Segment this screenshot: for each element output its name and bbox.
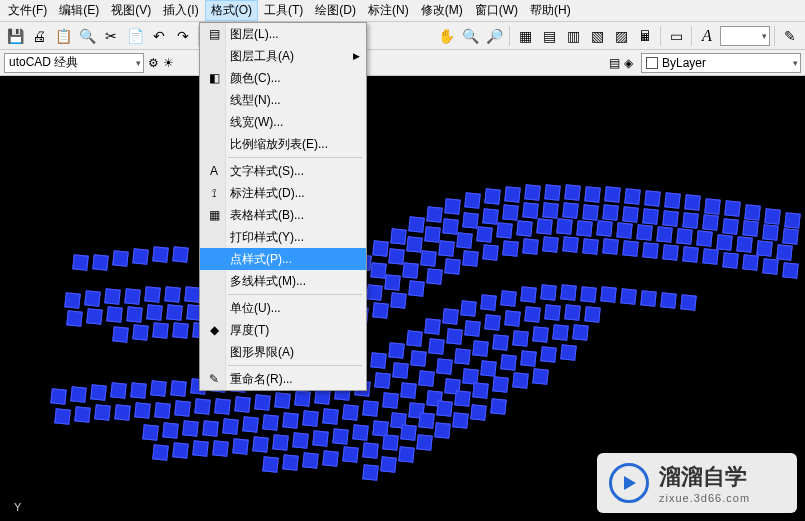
zoom-in-button[interactable]: 🔍 (459, 25, 481, 47)
point-marker[interactable] (490, 398, 506, 414)
undo-button[interactable]: ↶ (148, 25, 170, 47)
point-marker[interactable] (742, 220, 758, 236)
point-marker[interactable] (520, 286, 536, 302)
menu-item-r[interactable]: ✎重命名(R)... (200, 368, 366, 390)
point-marker[interactable] (408, 216, 424, 232)
point-marker[interactable] (484, 188, 500, 204)
point-marker[interactable] (660, 292, 676, 308)
point-marker[interactable] (704, 198, 720, 214)
point-marker[interactable] (372, 240, 388, 256)
point-marker[interactable] (724, 200, 740, 216)
point-marker[interactable] (444, 258, 460, 274)
point-marker[interactable] (50, 388, 66, 404)
point-marker[interactable] (150, 380, 166, 396)
point-marker[interactable] (782, 228, 798, 244)
point-marker[interactable] (192, 440, 208, 456)
point-marker[interactable] (640, 290, 656, 306)
menu-item-0[interactable]: 文件(F) (2, 0, 53, 21)
point-marker[interactable] (492, 334, 508, 350)
point-marker[interactable] (374, 372, 390, 388)
point-marker[interactable] (472, 382, 488, 398)
draw-button[interactable]: ✎ (779, 25, 801, 47)
point-marker[interactable] (562, 202, 578, 218)
workspace-settings-button[interactable]: ⚙ (148, 56, 159, 70)
point-marker[interactable] (480, 360, 496, 376)
point-marker[interactable] (388, 248, 404, 264)
point-marker[interactable] (86, 308, 102, 324)
point-marker[interactable] (302, 452, 318, 468)
point-marker[interactable] (496, 222, 512, 238)
point-marker[interactable] (90, 384, 106, 400)
bylayer-combo[interactable]: ByLayer (641, 53, 801, 73)
point-marker[interactable] (642, 242, 658, 258)
point-marker[interactable] (416, 434, 432, 450)
point-marker[interactable] (438, 240, 454, 256)
sheet-set-button[interactable]: ▧ (586, 25, 608, 47)
point-marker[interactable] (462, 250, 478, 266)
point-marker[interactable] (388, 342, 404, 358)
point-marker[interactable] (682, 212, 698, 228)
properties-button[interactable]: ▦ (514, 25, 536, 47)
point-marker[interactable] (762, 258, 778, 274)
point-marker[interactable] (776, 244, 792, 260)
text-style-button[interactable]: A (696, 25, 718, 47)
point-marker[interactable] (446, 328, 462, 344)
point-marker[interactable] (152, 322, 168, 338)
point-marker[interactable] (112, 326, 128, 342)
point-marker[interactable] (152, 444, 168, 460)
tool-palette-button[interactable]: ▥ (562, 25, 584, 47)
point-marker[interactable] (656, 226, 672, 242)
point-marker[interactable] (106, 306, 122, 322)
point-marker[interactable] (470, 404, 486, 420)
point-marker[interactable] (662, 244, 678, 260)
point-marker[interactable] (544, 184, 560, 200)
menu-item-y[interactable]: 打印样式(Y)... (200, 226, 366, 248)
point-marker[interactable] (172, 442, 188, 458)
menu-item-3[interactable]: 插入(I) (157, 0, 204, 21)
point-marker[interactable] (472, 340, 488, 356)
point-marker[interactable] (112, 250, 128, 266)
point-marker[interactable] (582, 204, 598, 220)
point-marker[interactable] (460, 300, 476, 316)
calc-button[interactable]: 🖩 (634, 25, 656, 47)
point-marker[interactable] (390, 292, 406, 308)
point-marker[interactable] (54, 408, 70, 424)
point-marker[interactable] (454, 390, 470, 406)
point-marker[interactable] (420, 250, 436, 266)
point-marker[interactable] (162, 422, 178, 438)
point-marker[interactable] (418, 412, 434, 428)
point-marker[interactable] (702, 214, 718, 230)
point-marker[interactable] (406, 236, 422, 252)
point-marker[interactable] (322, 408, 338, 424)
point-marker[interactable] (234, 396, 250, 412)
point-marker[interactable] (522, 238, 538, 254)
point-marker[interactable] (104, 288, 120, 304)
point-marker[interactable] (504, 186, 520, 202)
menu-item-10[interactable]: 帮助(H) (524, 0, 577, 21)
point-marker[interactable] (424, 226, 440, 242)
point-marker[interactable] (522, 202, 538, 218)
point-marker[interactable] (262, 456, 278, 472)
point-marker[interactable] (272, 434, 288, 450)
menu-item-1[interactable]: 编辑(E) (53, 0, 105, 21)
point-marker[interactable] (322, 450, 338, 466)
point-marker[interactable] (154, 402, 170, 418)
point-marker[interactable] (604, 186, 620, 202)
point-marker[interactable] (400, 382, 416, 398)
point-marker[interactable] (442, 308, 458, 324)
point-marker[interactable] (242, 416, 258, 432)
point-marker[interactable] (428, 338, 444, 354)
point-marker[interactable] (584, 186, 600, 202)
point-marker[interactable] (152, 246, 168, 262)
menu-item-p[interactable]: 点样式(P)... (200, 248, 366, 270)
point-marker[interactable] (464, 320, 480, 336)
point-marker[interactable] (696, 230, 712, 246)
point-marker[interactable] (302, 410, 318, 426)
point-marker[interactable] (436, 400, 452, 416)
point-marker[interactable] (142, 424, 158, 440)
point-marker[interactable] (484, 314, 500, 330)
point-marker[interactable] (170, 380, 186, 396)
menu-item-9[interactable]: 窗口(W) (469, 0, 524, 21)
menu-item-m[interactable]: 多线样式(M)... (200, 270, 366, 292)
point-marker[interactable] (500, 354, 516, 370)
